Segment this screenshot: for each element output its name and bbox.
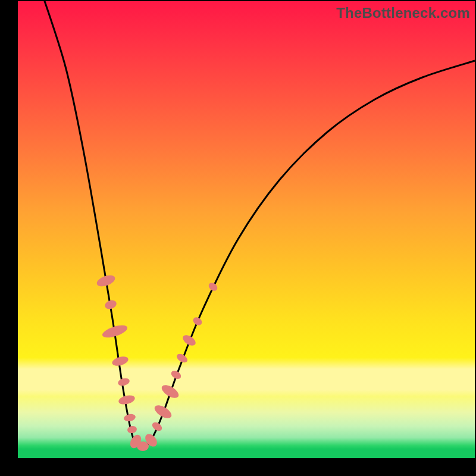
data-marker xyxy=(104,299,118,311)
data-marker xyxy=(152,403,174,421)
data-marker xyxy=(137,441,149,451)
plot-area: TheBottleneck.com xyxy=(18,1,475,458)
data-marker xyxy=(151,421,164,433)
bottleneck-curve xyxy=(42,0,475,448)
data-marker xyxy=(207,281,219,292)
data-marker xyxy=(181,333,198,347)
data-marker xyxy=(192,315,203,327)
data-marker xyxy=(117,377,130,387)
chart-canvas: TheBottleneck.com xyxy=(0,0,476,476)
curve-markers xyxy=(95,273,219,451)
data-marker xyxy=(127,425,137,434)
chart-overlay xyxy=(18,1,475,458)
data-marker xyxy=(123,413,136,422)
data-marker xyxy=(159,383,181,401)
data-marker xyxy=(118,394,136,406)
